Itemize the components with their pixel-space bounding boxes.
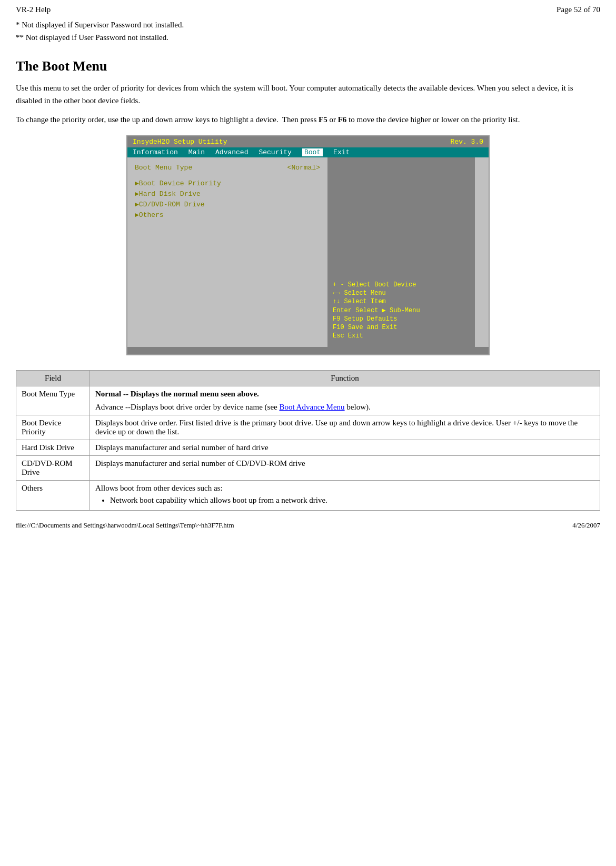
- table-row-cd-dvd-rom: CD/DVD-ROM Drive Displays manufacturer a…: [16, 456, 600, 481]
- bios-nav-boot: Boot: [302, 148, 323, 156]
- bios-menu-item-cd-dvd-rom: ▶CD/DVD-ROM Drive: [135, 200, 320, 208]
- others-text: Allows boot from other devices such as:: [95, 484, 594, 493]
- key-help-7: Esc Exit: [333, 332, 470, 340]
- page-info: Page 52 of 70: [557, 5, 600, 14]
- bios-boot-menu-type-row: Boot Menu Type <Normal>: [135, 164, 320, 172]
- body-paragraph-2: To change the priority order, use the up…: [16, 113, 600, 126]
- field-cd-dvd-rom: CD/DVD-ROM Drive: [16, 456, 90, 481]
- field-boot-device-priority: Boot Device Priority: [16, 415, 90, 440]
- bios-rev: Rev. 3.0: [451, 138, 483, 146]
- boot-menu-type-label: Boot Menu Type: [135, 164, 192, 172]
- page-header: VR-2 Help Page 52 of 70: [16, 5, 600, 14]
- footer-path: file://C:\Documents and Settings\harwood…: [16, 521, 234, 530]
- key-help-2: ←→ Select Menu: [333, 290, 470, 297]
- boot-menu-type-value: <Normal>: [287, 164, 320, 172]
- function-boot-device-priority: Displays boot drive order. First listed …: [90, 415, 600, 440]
- bios-nav-bar: Information Main Advanced Security Boot …: [127, 147, 489, 157]
- table-row-boot-device-priority: Boot Device Priority Displays boot drive…: [16, 415, 600, 440]
- bios-title-bar: InsydeH2O Setup Utility Rev. 3.0: [127, 136, 489, 147]
- page-footer: file://C:\Documents and Settings\harwood…: [16, 521, 600, 530]
- function-others: Allows boot from other devices such as: …: [90, 481, 600, 511]
- bios-nav-main: Main: [188, 148, 205, 156]
- bios-nav-security: Security: [259, 148, 291, 156]
- key-help-4: Enter Select ▶ Sub-Menu: [333, 306, 470, 314]
- others-bullet-list: Network boot capability which allows boo…: [110, 496, 594, 505]
- others-bullet-item: Network boot capability which allows boo…: [110, 496, 594, 505]
- table-row-others: Others Allows boot from other devices su…: [16, 481, 600, 511]
- boot-menu-type-extra: Advance --Displays boot drive order by d…: [95, 403, 594, 412]
- key-help-3: ↑↓ Select Item: [333, 298, 470, 305]
- boot-advance-menu-link[interactable]: Boot Advance Menu: [279, 403, 344, 411]
- key-help-1: + - Select Boot Device: [333, 281, 470, 288]
- key-help-6: F10 Save and Exit: [333, 324, 470, 331]
- bios-footer: [127, 347, 489, 354]
- asterisk-note-2: ** Not displayed if User Password not in…: [16, 31, 600, 44]
- table-header-field: Field: [16, 371, 90, 386]
- function-cd-dvd-rom: Displays manufacturer and serial number …: [90, 456, 600, 481]
- asterisk-note-1: * Not displayed if Supervisor Password n…: [16, 18, 600, 31]
- field-boot-menu-type: Boot Menu Type: [16, 386, 90, 415]
- field-others: Others: [16, 481, 90, 511]
- bios-body: Boot Menu Type <Normal> ▶Boot Device Pri…: [127, 157, 489, 347]
- bios-left-panel: Boot Menu Type <Normal> ▶Boot Device Pri…: [127, 157, 327, 347]
- bios-menu-item-boot-device-priority: ▶Boot Device Priority: [135, 179, 320, 187]
- key-help-5: F9 Setup Defaults: [333, 315, 470, 323]
- field-hard-disk-drive: Hard Disk Drive: [16, 440, 90, 456]
- info-table: Field Function Boot Menu Type Normal -- …: [16, 370, 600, 511]
- table-header-function: Function: [90, 371, 600, 386]
- bios-nav-information: Information: [133, 148, 178, 156]
- body-paragraph-1: Use this menu to set the order of priori…: [16, 82, 600, 107]
- boot-menu-type-bold: Normal -- Displays the normal menu seen …: [95, 390, 259, 398]
- app-name: VR-2 Help: [16, 5, 51, 14]
- table-row-boot-menu-type: Boot Menu Type Normal -- Displays the no…: [16, 386, 600, 415]
- bios-menu-item-others: ▶Others: [135, 211, 320, 219]
- bios-nav-advanced: Advanced: [215, 148, 248, 156]
- bios-right-panel: + - Select Boot Device ←→ Select Menu ↑↓…: [327, 157, 475, 347]
- asterisk-notes: * Not displayed if Supervisor Password n…: [16, 18, 600, 44]
- bios-screenshot: InsydeH2O Setup Utility Rev. 3.0 Informa…: [126, 135, 490, 355]
- footer-date: 4/26/2007: [572, 521, 600, 530]
- bios-title: InsydeH2O Setup Utility: [133, 138, 227, 146]
- function-hard-disk-drive: Displays manufacturer and serial number …: [90, 440, 600, 456]
- bios-nav-exit: Exit: [333, 148, 350, 156]
- function-boot-menu-type: Normal -- Displays the normal menu seen …: [90, 386, 600, 415]
- table-row-hard-disk-drive: Hard Disk Drive Displays manufacturer an…: [16, 440, 600, 456]
- section-title: The Boot Menu: [16, 58, 600, 74]
- bios-menu-item-hard-disk-drive: ▶Hard Disk Drive: [135, 190, 320, 198]
